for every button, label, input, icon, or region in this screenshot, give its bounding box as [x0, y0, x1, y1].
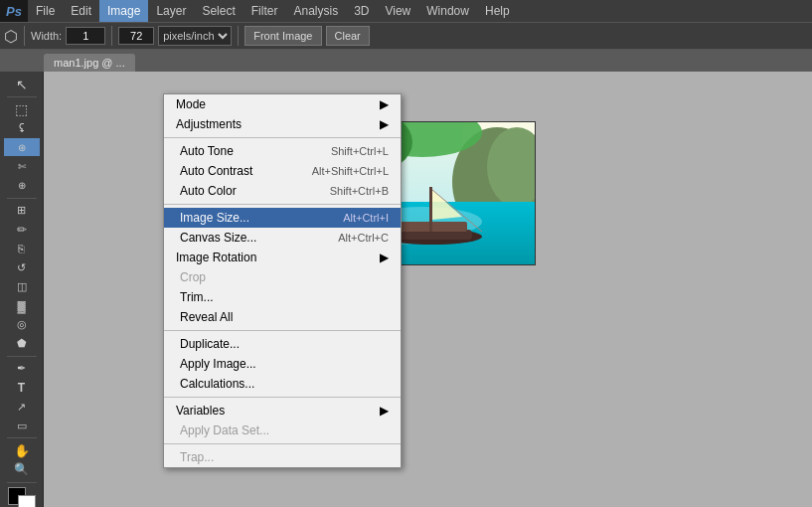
tabbar: man1.jpg @ ...	[0, 50, 812, 72]
dodge-tool[interactable]: ⬟	[4, 335, 40, 353]
menu-auto-color-shortcut: Shift+Ctrl+B	[330, 185, 389, 197]
menu-trap-label: Trap...	[180, 450, 389, 464]
menubar: Ps File Edit Image Layer Select Filter A…	[0, 0, 812, 22]
blur-tool[interactable]: ◎	[4, 316, 40, 334]
zoom-tool[interactable]: 🔍	[4, 460, 40, 478]
menu-auto-contrast[interactable]: Auto Contrast Alt+Shift+Ctrl+L	[164, 161, 401, 181]
menu-sep2	[164, 204, 401, 205]
width-label: Width:	[31, 30, 62, 42]
tool-sep5	[7, 482, 37, 483]
tool-sep2	[7, 198, 37, 199]
menu-crop[interactable]: Crop	[164, 267, 401, 287]
menu-sep3	[164, 330, 401, 331]
menu-apply-image-label: Apply Image...	[180, 357, 389, 371]
image-menu: Mode ▶ Adjustments ▶ Auto Tone Shift+Ctr…	[163, 93, 402, 468]
menu-layer[interactable]: Layer	[148, 0, 194, 22]
eyedropper-tool[interactable]: ⊕	[4, 177, 40, 195]
menu-file[interactable]: File	[28, 0, 63, 22]
toolbar-tool-icon: ⬡	[4, 27, 18, 46]
hand-tool[interactable]: ✋	[4, 441, 40, 459]
healing-tool[interactable]: ⊞	[4, 202, 40, 220]
menu-filter[interactable]: Filter	[244, 0, 286, 22]
toolbar-sep2	[111, 26, 112, 46]
tools-panel: ↖ ⬚ ʢ ⊛ ✄ ⊕ ⊞ ✏ ⎘ ↺ ◫ ▓ ◎ ⬟ ✒ T ↗ ▭ ✋ 🔍	[0, 72, 44, 507]
menu-auto-color[interactable]: Auto Color Shift+Ctrl+B	[164, 181, 401, 201]
menu-trap: Trap...	[164, 447, 401, 467]
toolbar-sep1	[24, 26, 25, 46]
document-tab[interactable]: man1.jpg @ ...	[44, 54, 135, 72]
menu-sep4	[164, 397, 401, 398]
shape-tool[interactable]: ▭	[4, 417, 40, 434]
menu-canvas-size-label: Canvas Size...	[180, 231, 318, 245]
menu-image-size-label: Image Size...	[180, 211, 323, 225]
menu-variables-label: Variables	[176, 404, 372, 418]
front-image-button[interactable]: Front Image	[244, 26, 321, 46]
menu-calculations-label: Calculations...	[180, 377, 389, 391]
menu-view[interactable]: View	[377, 0, 418, 22]
menu-image-size-shortcut: Alt+Ctrl+I	[343, 212, 389, 224]
menu-apply-data-set-label: Apply Data Set...	[180, 423, 389, 437]
menu-3d[interactable]: 3D	[346, 0, 377, 22]
menu-apply-image[interactable]: Apply Image...	[164, 354, 401, 374]
lasso-tool[interactable]: ʢ	[4, 119, 40, 137]
crop-tool[interactable]: ✄	[4, 157, 40, 175]
menu-auto-tone[interactable]: Auto Tone Shift+Ctrl+L	[164, 141, 401, 161]
menu-adjustments[interactable]: Adjustments ▶	[164, 114, 401, 134]
width-input[interactable]	[66, 27, 105, 45]
pen-tool[interactable]: ✒	[4, 360, 40, 378]
menu-duplicate[interactable]: Duplicate...	[164, 334, 401, 354]
menu-auto-color-label: Auto Color	[180, 184, 310, 198]
svg-rect-12	[429, 187, 432, 232]
menu-variables-arrow: ▶	[380, 404, 389, 418]
menu-trim-label: Trim...	[180, 290, 389, 304]
quick-selection-tool[interactable]: ⊛	[4, 138, 40, 156]
type-tool[interactable]: T	[4, 379, 40, 397]
menu-adjustments-arrow: ▶	[380, 117, 389, 131]
menu-reveal-all[interactable]: Reveal All	[164, 307, 401, 327]
menu-analysis[interactable]: Analysis	[285, 0, 346, 22]
menu-image-rotation-label: Image Rotation	[176, 251, 372, 264]
tool-sep1	[7, 96, 37, 97]
menu-select[interactable]: Select	[194, 0, 243, 22]
menu-calculations[interactable]: Calculations...	[164, 374, 401, 394]
move-tool[interactable]: ↖	[4, 76, 40, 93]
canvas-area: Mode ▶ Adjustments ▶ Auto Tone Shift+Ctr…	[44, 72, 812, 507]
toolbar-sep3	[238, 26, 239, 46]
marquee-tool[interactable]: ⬚	[4, 100, 40, 118]
menu-crop-label: Crop	[180, 270, 389, 284]
menu-canvas-size[interactable]: Canvas Size... Alt+Ctrl+C	[164, 228, 401, 248]
menu-edit[interactable]: Edit	[63, 0, 99, 22]
eraser-tool[interactable]: ◫	[4, 277, 40, 295]
tool-sep4	[7, 437, 37, 438]
menu-image-size[interactable]: Image Size... Alt+Ctrl+I	[164, 208, 401, 228]
menu-mode[interactable]: Mode ▶	[164, 94, 401, 114]
menu-auto-contrast-label: Auto Contrast	[180, 164, 292, 178]
menu-sep5	[164, 443, 401, 444]
menu-sep1	[164, 137, 401, 138]
menu-window[interactable]: Window	[418, 0, 477, 22]
menu-mode-arrow: ▶	[380, 97, 389, 111]
resolution-unit-select[interactable]: pixels/inch	[158, 26, 232, 46]
menu-auto-contrast-shortcut: Alt+Shift+Ctrl+L	[312, 165, 389, 177]
path-selection[interactable]: ↗	[4, 398, 40, 416]
menu-mode-label: Mode	[176, 97, 372, 111]
menu-apply-data-set: Apply Data Set...	[164, 421, 401, 440]
clear-button[interactable]: Clear	[326, 26, 370, 46]
menu-image-rotation[interactable]: Image Rotation ▶	[164, 248, 401, 267]
menu-help[interactable]: Help	[477, 0, 518, 22]
menu-variables[interactable]: Variables ▶	[164, 401, 401, 421]
menu-auto-tone-shortcut: Shift+Ctrl+L	[331, 145, 389, 157]
menu-reveal-all-label: Reveal All	[180, 310, 389, 324]
menu-image-rotation-arrow: ▶	[380, 251, 389, 264]
brush-tool[interactable]: ✏	[4, 221, 40, 239]
color-picker[interactable]	[4, 487, 40, 507]
menu-duplicate-label: Duplicate...	[180, 337, 389, 351]
menu-image[interactable]: Image	[99, 0, 148, 22]
toolbar: ⬡ Width: pixels/inch Front Image Clear	[0, 22, 812, 50]
clone-tool[interactable]: ⎘	[4, 240, 40, 257]
main-area: ↖ ⬚ ʢ ⊛ ✄ ⊕ ⊞ ✏ ⎘ ↺ ◫ ▓ ◎ ⬟ ✒ T ↗ ▭ ✋ 🔍	[0, 72, 812, 507]
gradient-tool[interactable]: ▓	[4, 296, 40, 314]
resolution-input[interactable]	[118, 27, 154, 45]
history-brush[interactable]: ↺	[4, 258, 40, 276]
menu-trim[interactable]: Trim...	[164, 287, 401, 307]
